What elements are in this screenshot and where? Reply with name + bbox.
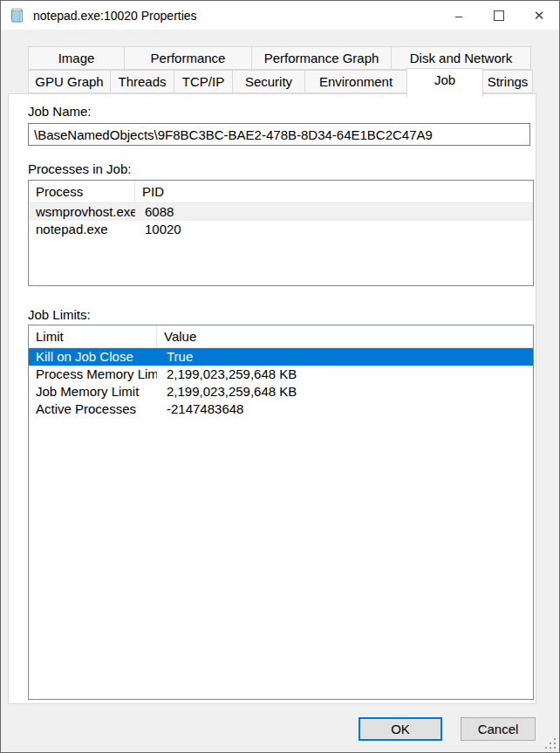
limit-value: -2147483648 <box>157 400 533 418</box>
limit-name: Job Memory Limit <box>29 383 157 400</box>
column-header-value[interactable]: Value <box>157 325 533 348</box>
column-header-process[interactable]: Process <box>29 181 135 203</box>
table-row[interactable]: wsmprovhost.exe 6088 <box>29 203 533 221</box>
table-row[interactable]: notepad.exe 10020 <box>29 221 533 238</box>
close-icon: ✕ <box>534 8 545 24</box>
titlebar[interactable]: notepad.exe:10020 Properties – ✕ <box>1 1 559 30</box>
tab-job[interactable]: Job <box>406 68 483 97</box>
tab-security[interactable]: Security <box>232 70 305 93</box>
resize-grip[interactable] <box>543 736 556 749</box>
process-name: notepad.exe <box>29 221 135 238</box>
tab-tcpip[interactable]: TCP/IP <box>174 70 233 93</box>
tab-row-1: Image Performance Performance Graph Disk… <box>28 46 531 70</box>
limit-value: 2,199,023,259,648 KB <box>157 383 533 400</box>
job-limits-header: Limit Value <box>29 325 533 348</box>
limit-name: Process Memory Limit <box>29 366 157 383</box>
ok-button[interactable]: OK <box>359 717 442 741</box>
job-name-input[interactable] <box>28 123 530 146</box>
tab-strings[interactable]: Strings <box>482 70 533 93</box>
column-header-limit[interactable]: Limit <box>29 325 157 348</box>
window-title: notepad.exe:10020 Properties <box>33 9 197 23</box>
tab-threads[interactable]: Threads <box>110 70 174 93</box>
tab-environment[interactable]: Environment <box>304 70 407 93</box>
tab-gpu-graph[interactable]: GPU Graph <box>28 70 111 93</box>
close-button[interactable]: ✕ <box>519 1 559 30</box>
processes-listview: Process PID wsmprovhost.exe 6088 notepad… <box>28 180 534 286</box>
limit-value: 2,199,023,259,648 KB <box>157 366 533 383</box>
process-pid: 10020 <box>135 221 533 238</box>
tab-performance-graph[interactable]: Performance Graph <box>251 46 392 70</box>
process-name: wsmprovhost.exe <box>29 203 135 221</box>
processes-in-job-label: Processes in Job: <box>28 161 131 176</box>
limit-value: True <box>157 348 533 366</box>
job-limits-listview: Limit Value Kill on Job Close True Proce… <box>28 325 534 700</box>
notepad-icon <box>9 7 26 24</box>
maximize-icon <box>494 10 504 21</box>
minimize-button[interactable]: – <box>439 1 479 30</box>
process-pid: 6088 <box>135 203 533 221</box>
table-row[interactable]: Process Memory Limit 2,199,023,259,648 K… <box>29 366 533 383</box>
job-name-label: Job Name: <box>28 104 92 119</box>
tab-image[interactable]: Image <box>28 46 125 70</box>
tab-performance[interactable]: Performance <box>124 46 252 70</box>
column-header-pid[interactable]: PID <box>135 181 533 203</box>
processes-header: Process PID <box>29 181 533 203</box>
tab-disk-and-network[interactable]: Disk and Network <box>391 46 531 70</box>
job-limits-label: Job Limits: <box>28 307 91 322</box>
maximize-button[interactable] <box>479 1 519 30</box>
limit-name: Active Processes <box>29 400 157 418</box>
table-row[interactable]: Active Processes -2147483648 <box>29 400 533 418</box>
table-row-selected[interactable]: Kill on Job Close True <box>29 348 533 366</box>
minimize-icon: – <box>455 8 462 23</box>
properties-window: notepad.exe:10020 Properties – ✕ Image P… <box>0 0 560 753</box>
table-row[interactable]: Job Memory Limit 2,199,023,259,648 KB <box>29 383 533 400</box>
cancel-button[interactable]: Cancel <box>461 717 536 741</box>
tab-row-2: GPU Graph Threads TCP/IP Security Enviro… <box>28 70 533 93</box>
limit-name: Kill on Job Close <box>29 348 157 366</box>
